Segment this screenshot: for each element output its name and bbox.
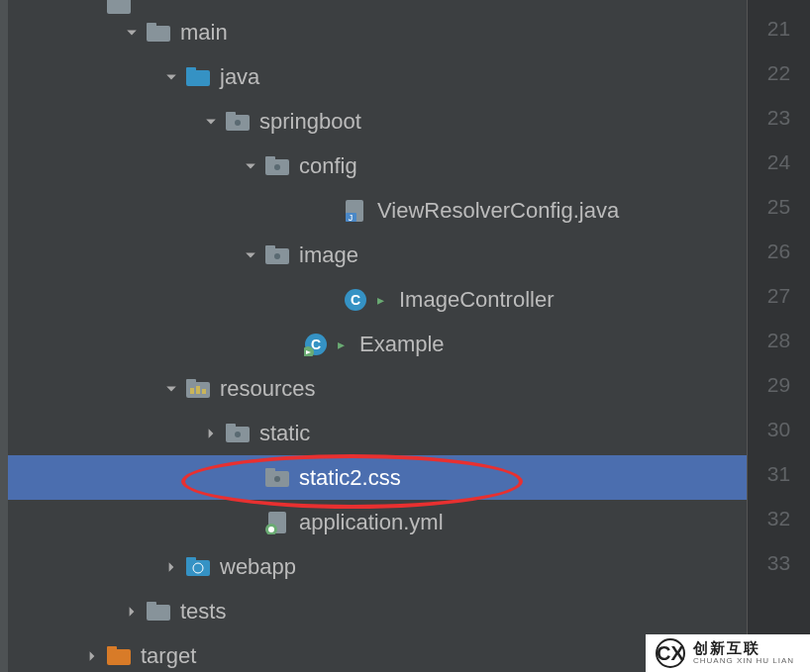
- tree-label: static2.css: [299, 465, 401, 491]
- svg-rect-24: [186, 379, 196, 385]
- chevron-icon[interactable]: [202, 113, 220, 131]
- tree-row-java[interactable]: java: [0, 54, 747, 99]
- folder-web-icon: [186, 555, 210, 579]
- folder-blue-icon: [186, 65, 210, 89]
- chevron-icon: [280, 336, 298, 353]
- tree-row-springboot[interactable]: springboot: [0, 99, 747, 144]
- tree-row-target[interactable]: target: [0, 633, 747, 672]
- chevron-icon: [320, 291, 338, 309]
- chevron-icon[interactable]: [242, 157, 259, 175]
- line-number: 31: [748, 451, 810, 496]
- tree-label: config: [299, 153, 357, 179]
- line-number: 28: [748, 318, 810, 362]
- folder-gray-icon: [147, 600, 170, 624]
- folder-pkg-icon: [265, 243, 289, 267]
- tree-row-webapp[interactable]: webapp: [0, 544, 747, 589]
- watermark-text-py: CHUANG XIN HU LIAN: [693, 657, 794, 666]
- java-file-icon: J: [344, 199, 367, 223]
- tree-row-tests[interactable]: tests: [0, 589, 747, 633]
- chevron-icon[interactable]: [162, 558, 180, 576]
- svg-point-36: [268, 527, 274, 532]
- svg-rect-32: [265, 468, 275, 474]
- svg-rect-38: [186, 557, 196, 563]
- runnable-class-icon: C: [304, 333, 328, 356]
- svg-rect-25: [190, 388, 194, 394]
- tree-row-example[interactable]: C▸Example: [0, 322, 747, 366]
- line-number: 33: [748, 540, 810, 585]
- tree-label: java: [220, 64, 259, 90]
- folder-pkg-icon: [265, 466, 289, 490]
- chevron-icon[interactable]: [123, 603, 141, 621]
- watermark-text-cn: 创新互联: [693, 640, 794, 657]
- line-number: 25: [748, 184, 810, 229]
- chevron-icon[interactable]: [162, 380, 180, 398]
- tree-label: main: [180, 20, 228, 46]
- project-tree[interactable]: mainjavaspringbootconfigJViewResolverCon…: [0, 0, 747, 672]
- line-number: 32: [748, 496, 810, 540]
- chevron-icon[interactable]: [123, 24, 141, 42]
- folder-pkg-icon: [226, 110, 250, 134]
- line-number: 21: [748, 6, 810, 50]
- line-number: 24: [748, 140, 810, 184]
- tree-label: tests: [180, 599, 226, 624]
- tree-label: static: [259, 421, 310, 446]
- svg-rect-27: [202, 389, 206, 394]
- tree-label: springboot: [259, 109, 361, 135]
- svg-point-11: [274, 164, 280, 170]
- tree-label: target: [141, 643, 196, 669]
- svg-rect-43: [107, 646, 117, 652]
- tree-row-resources[interactable]: resources: [0, 366, 747, 411]
- tree-label: resources: [220, 376, 316, 402]
- tree-label: Example: [359, 332, 445, 357]
- chevron-icon[interactable]: [83, 647, 101, 665]
- line-number: 30: [748, 407, 810, 451]
- tree-row-item-0[interactable]: [0, 0, 747, 10]
- svg-rect-10: [265, 156, 275, 162]
- tree-label: webapp: [220, 554, 296, 580]
- class-icon: C: [344, 288, 367, 312]
- chevron-icon[interactable]: [242, 246, 259, 264]
- svg-rect-16: [265, 245, 275, 251]
- svg-rect-41: [147, 602, 156, 608]
- runnable-icon: ▸: [377, 292, 391, 308]
- line-number: 27: [748, 273, 810, 318]
- svg-rect-0: [107, 0, 131, 14]
- svg-point-17: [274, 253, 280, 259]
- svg-rect-26: [196, 386, 200, 394]
- line-number: 26: [748, 229, 810, 273]
- tree-row-viewresolverconfig-java[interactable]: JViewResolverConfig.java: [0, 188, 747, 233]
- watermark-logo-icon: CX: [656, 638, 685, 668]
- tree-row-static[interactable]: static: [0, 411, 747, 455]
- yml-file-icon: [265, 511, 289, 534]
- folder-gray-icon: [107, 0, 131, 17]
- runnable-icon: ▸: [338, 336, 352, 352]
- svg-rect-1: [107, 0, 117, 1]
- chevron-icon[interactable]: [202, 425, 220, 442]
- svg-rect-29: [226, 424, 236, 430]
- watermark: CX 创新互联 CHUANG XIN HU LIAN: [646, 634, 810, 672]
- tree-label: ImageController: [399, 287, 555, 313]
- tree-label: application.yml: [299, 510, 444, 535]
- chevron-icon: [242, 469, 259, 487]
- svg-point-8: [235, 120, 241, 126]
- svg-text:J: J: [349, 213, 354, 223]
- line-number: 23: [748, 95, 810, 140]
- scrollbar[interactable]: [0, 0, 8, 672]
- svg-rect-7: [226, 112, 236, 118]
- svg-text:C: C: [351, 292, 360, 308]
- folder-pkg-icon: [226, 422, 250, 445]
- tree-row-static2-css[interactable]: static2.css: [0, 455, 747, 500]
- folder-res-icon: [186, 377, 210, 401]
- chevron-icon: [83, 0, 101, 14]
- folder-pkg-icon: [265, 154, 289, 178]
- line-gutter: 21222324252627282930313233: [747, 0, 810, 672]
- tree-row-image[interactable]: image: [0, 233, 747, 277]
- tree-row-config[interactable]: config: [0, 144, 747, 188]
- tree-label: ViewResolverConfig.java: [377, 198, 619, 224]
- tree-row-application-yml[interactable]: application.yml: [0, 500, 747, 544]
- folder-gray-icon: [147, 21, 170, 45]
- folder-orange-icon: [107, 644, 131, 668]
- svg-point-33: [274, 476, 280, 482]
- chevron-icon[interactable]: [162, 68, 180, 86]
- tree-row-imagecontroller[interactable]: C▸ImageController: [0, 277, 747, 322]
